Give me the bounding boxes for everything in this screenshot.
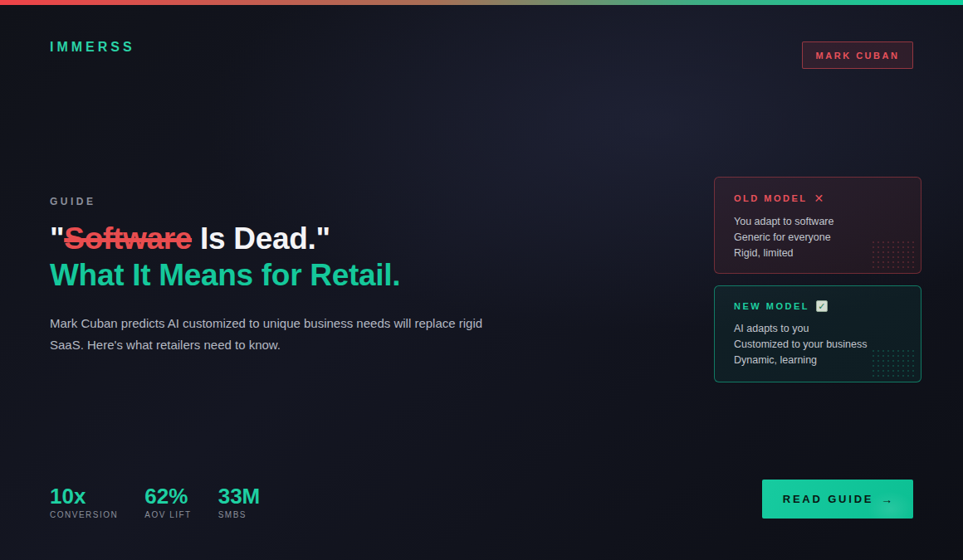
stat-smbs: 33M SMBS bbox=[218, 485, 261, 519]
old-model-item: Rigid, limited bbox=[734, 246, 902, 261]
stat-value: 62% bbox=[144, 485, 191, 508]
old-model-card-title: OLD MODEL ✕ bbox=[734, 192, 902, 205]
new-model-item: AI adapts to you bbox=[734, 321, 902, 337]
read-guide-button[interactable]: READ GUIDE → bbox=[762, 480, 913, 519]
logo: IMMERSS bbox=[50, 40, 135, 55]
checkbox-icon: ✓ bbox=[816, 300, 828, 312]
stat-value: 10x bbox=[50, 485, 118, 508]
x-icon: ✕ bbox=[814, 192, 824, 205]
new-model-item: Customized to your business bbox=[734, 337, 902, 353]
hero-subtitle: Mark Cuban predicts AI customized to uni… bbox=[50, 313, 505, 356]
stat-value: 33M bbox=[218, 485, 261, 508]
mark-cuban-badge[interactable]: MARK CUBAN bbox=[802, 41, 913, 69]
landing-page: IMMERSS MARK CUBAN GUIDE "Software Is De… bbox=[0, 0, 963, 560]
old-model-card: OLD MODEL ✕ You adapt to software Generi… bbox=[714, 177, 921, 274]
title-line-2: What It Means for Retail. bbox=[50, 257, 400, 294]
gradient-accent-bar bbox=[0, 0, 963, 5]
new-model-label: NEW MODEL bbox=[734, 301, 809, 311]
guide-eyebrow: GUIDE bbox=[50, 196, 96, 207]
new-model-card-title: NEW MODEL ✓ bbox=[734, 300, 902, 312]
stat-conversion: 10x CONVERSION bbox=[50, 485, 118, 519]
stat-aov-lift: 62% AOV LIFT bbox=[144, 485, 191, 519]
stat-label: AOV LIFT bbox=[144, 510, 191, 519]
title-open-quote: " bbox=[50, 222, 64, 256]
stats-row: 10x CONVERSION 62% AOV LIFT 33M SMBS bbox=[50, 485, 260, 519]
new-model-item: Dynamic, learning bbox=[734, 353, 902, 368]
title-remainder: Is Dead." bbox=[192, 222, 330, 256]
stat-label: SMBS bbox=[218, 510, 261, 519]
title-strikethrough-word: Software bbox=[64, 222, 192, 256]
title-line-1: "Software Is Dead." bbox=[50, 221, 400, 257]
old-model-label: OLD MODEL bbox=[734, 193, 808, 203]
old-model-item: You adapt to software bbox=[734, 214, 902, 230]
old-model-item: Generic for everyone bbox=[734, 230, 902, 246]
new-model-card: NEW MODEL ✓ AI adapts to you Customized … bbox=[714, 285, 921, 382]
read-guide-label: READ GUIDE bbox=[783, 493, 874, 505]
stat-label: CONVERSION bbox=[50, 510, 118, 519]
arrow-right-icon: → bbox=[881, 493, 892, 506]
page-title: "Software Is Dead." What It Means for Re… bbox=[50, 221, 400, 294]
